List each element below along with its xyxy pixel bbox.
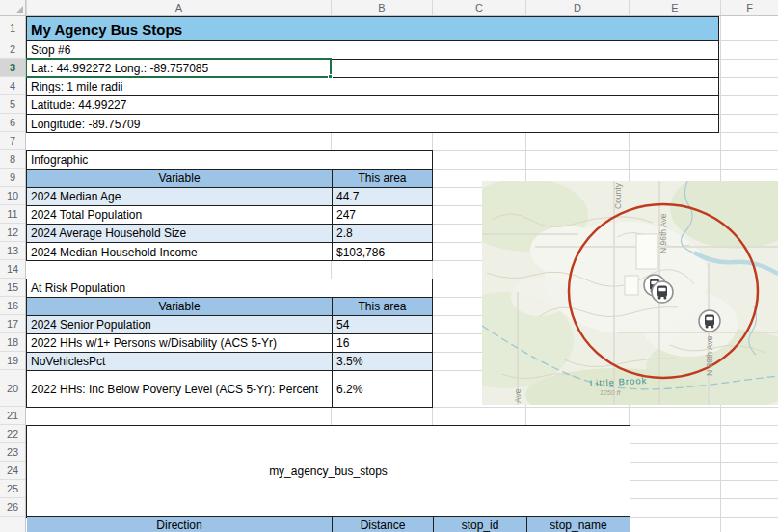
header-direction[interactable]: Direction [27, 517, 332, 532]
variable-cell[interactable]: 2024 Median Age [27, 188, 332, 205]
at-risk-table: At Risk Population Variable This area 20… [26, 279, 433, 408]
at-risk-header-thisarea[interactable]: This area [332, 298, 432, 315]
variable-cell[interactable]: 2022 HHs: Inc Below Poverty Level (ACS 5… [27, 371, 332, 408]
at-risk-header-variable[interactable]: Variable [27, 298, 332, 315]
row-header-bar: 1234567891011121314151617181920212223242… [0, 16, 26, 532]
sheet-title-cell[interactable]: My Agency Bus Stops [27, 17, 718, 41]
longitude-cell[interactable]: Longitude: -89.75709 [27, 115, 718, 133]
row-header-26[interactable]: 26 [0, 498, 25, 517]
at-risk-header-row: Variable This area [27, 298, 432, 316]
row-header-11[interactable]: 11 [0, 205, 25, 224]
select-all-button[interactable] [0, 0, 26, 16]
row-header-21[interactable]: 21 [0, 407, 25, 425]
latitude-cell[interactable]: Latitude: 44.99227 [27, 96, 718, 115]
row-header-23[interactable]: 23 [0, 443, 25, 462]
bus-stops-table: my_agency_bus_stops Direction Distance s… [26, 425, 630, 518]
latlong-cell[interactable]: Lat.: 44.992272 Long.: -89.757085 [27, 60, 718, 78]
header-stop-id[interactable]: stop_id [433, 517, 526, 532]
value-cell[interactable]: $103,786 [332, 243, 432, 261]
row-header-15[interactable]: 15 [0, 279, 25, 297]
row-header-17[interactable]: 17 [0, 315, 25, 333]
bus-stops-title-cell[interactable]: my_agency_bus_stops [27, 426, 630, 517]
row-header-24[interactable]: 24 [0, 462, 25, 480]
row-header-5[interactable]: 5 [0, 95, 25, 114]
table-row: 2024 Total Population 247 [27, 206, 432, 225]
row-header-20[interactable]: 20 [0, 370, 25, 407]
table-row: 2024 Median Household Income $103,786 [27, 243, 432, 261]
row-header-6[interactable]: 6 [0, 114, 25, 132]
row-header-4[interactable]: 4 [0, 77, 25, 95]
elevation-label: 1250 ft [600, 389, 621, 396]
map-image[interactable]: County N 96th Ave N 88th Ave Ave Little … [482, 181, 778, 405]
column-header-B[interactable]: B [331, 0, 432, 15]
value-cell[interactable]: 44.7 [332, 188, 432, 205]
column-header-bar: ABCDEF [0, 0, 778, 16]
table-row: 2022 HHs w/1+ Persons w/Disability (ACS … [27, 334, 432, 353]
rings-cell[interactable]: Rings: 1 mile radii [27, 78, 718, 96]
row-header-25[interactable]: 25 [0, 480, 25, 498]
column-header-E[interactable]: E [629, 0, 720, 15]
bus-stops-header-row: Direction Distance stop_id stop_name [27, 517, 630, 532]
table-row: 2024 Median Age 44.7 [27, 188, 432, 206]
row-header-2[interactable]: 2 [0, 40, 25, 59]
row-header-19[interactable]: 19 [0, 352, 25, 370]
column-header-F[interactable]: F [720, 0, 778, 15]
bus-stop-marker-center[interactable] [652, 281, 673, 303]
road-label-96th-ave: N 96th Ave [658, 213, 668, 253]
table-row: 2022 HHs: Inc Below Poverty Level (ACS 5… [27, 371, 432, 408]
table-row: 2024 Senior Population 54 [27, 316, 432, 334]
column-header-A[interactable]: A [26, 0, 331, 15]
value-cell[interactable]: 6.2% [332, 371, 432, 408]
infographic-table: Infographic Variable This area 2024 Medi… [26, 150, 433, 261]
value-cell[interactable]: 54 [332, 316, 432, 333]
row-header-1[interactable]: 1 [0, 16, 25, 40]
stop-cell[interactable]: Stop #6 [27, 41, 718, 60]
variable-cell[interactable]: NoVehiclesPct [27, 353, 332, 370]
value-cell[interactable]: 16 [332, 334, 432, 352]
table-row: 2024 Average Household Size 2.8 [27, 225, 432, 243]
spreadsheet: My Agency Bus Stops Stop #6 Lat.: 44.992… [0, 0, 778, 532]
row-header-18[interactable]: 18 [0, 333, 25, 352]
row-header-9[interactable]: 9 [0, 169, 25, 187]
road-label-ave: Ave [513, 388, 523, 403]
row-header-12[interactable]: 12 [0, 224, 25, 242]
header-stop-name[interactable]: stop_name [526, 517, 630, 532]
row-header-10[interactable]: 10 [0, 187, 25, 205]
at-risk-title-cell[interactable]: At Risk Population [27, 279, 432, 298]
infographic-header-row: Variable This area [27, 170, 432, 188]
road-label-88th-ave: N 88th Ave [705, 335, 714, 376]
select-all-icon [15, 6, 23, 13]
variable-cell[interactable]: 2024 Median Household Income [27, 243, 332, 261]
column-header-D[interactable]: D [525, 0, 629, 15]
header-block: My Agency Bus Stops Stop #6 Lat.: 44.992… [26, 16, 719, 133]
value-cell[interactable]: 247 [332, 206, 432, 224]
row-header-3[interactable]: 3 [0, 59, 25, 77]
row-header-8[interactable]: 8 [0, 150, 25, 169]
row-header-22[interactable]: 22 [0, 425, 25, 443]
infographic-title-cell[interactable]: Infographic [27, 151, 432, 170]
row-header-7[interactable]: 7 [0, 132, 25, 150]
value-cell[interactable]: 3.5% [332, 353, 432, 370]
bus-stop-marker-east[interactable] [699, 310, 720, 332]
variable-cell[interactable]: 2022 HHs w/1+ Persons w/Disability (ACS … [27, 334, 332, 352]
table-row: NoVehiclesPct 3.5% [27, 353, 432, 371]
column-header-C[interactable]: C [432, 0, 525, 15]
row-header-16[interactable]: 16 [0, 297, 25, 315]
variable-cell[interactable]: 2024 Total Population [27, 206, 332, 224]
variable-cell[interactable]: 2024 Average Household Size [27, 225, 332, 242]
infographic-header-variable[interactable]: Variable [27, 170, 332, 187]
road-label-county: County [613, 182, 623, 209]
row-header-14[interactable]: 14 [0, 260, 25, 279]
value-cell[interactable]: 2.8 [332, 225, 432, 242]
header-distance[interactable]: Distance [332, 517, 433, 532]
row-header-13[interactable]: 13 [0, 242, 25, 260]
infographic-header-thisarea[interactable]: This area [332, 170, 432, 187]
variable-cell[interactable]: 2024 Senior Population [27, 316, 332, 333]
